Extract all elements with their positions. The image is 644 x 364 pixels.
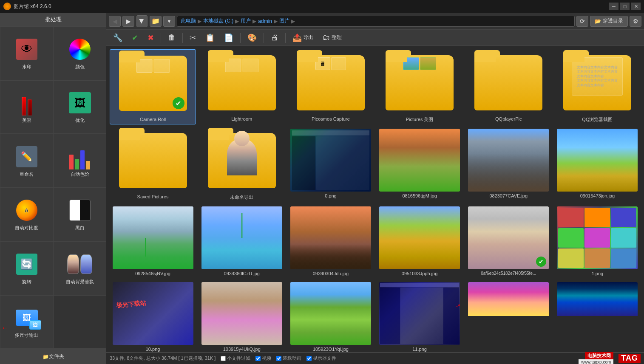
up-button[interactable]: ▶ [136, 15, 148, 27]
minimize-button[interactable]: ─ [609, 3, 618, 10]
addr-user[interactable]: 用户 [241, 17, 251, 25]
file-name: 103915y4UkQ.jpg [223, 347, 261, 352]
sidebar-item-rotate[interactable]: 🔄 旋转 [0, 241, 53, 295]
sidebar-item-color[interactable]: 颜色 [53, 26, 106, 80]
file-item-saved-pictures[interactable]: Saved Pictures [110, 127, 196, 202]
file-name: 10.png [146, 347, 160, 352]
sidebar-item-label: 颜色 [75, 64, 85, 70]
filter-show-folders-checkbox[interactable] [306, 356, 312, 361]
uncheck-button[interactable]: ✖ [144, 32, 157, 44]
sidebar-item-optimize[interactable]: 🖼 优化 [53, 80, 106, 134]
action-toolbar: 🔧 ✔ ✖ 🗑 ✂ 📋 📄 🎨 🖨 📤 导出 🗂 整理 [106, 30, 644, 46]
file-item-lightroom[interactable]: Lightroom [199, 49, 285, 124]
print-button[interactable]: 🖨 [267, 32, 282, 43]
tools-button[interactable]: 🔧 [110, 32, 126, 44]
addr-computer[interactable]: 此电脑 [181, 17, 196, 25]
file-item-partial-2[interactable] [554, 280, 641, 352]
file-name: 0823077CAVE.jpg [489, 193, 528, 198]
image-thumb: → [379, 282, 460, 345]
image-thumb: ✔ [468, 206, 549, 269]
file-item-09390304[interactable]: 09390304Jdu.jpg [287, 205, 374, 278]
export-button[interactable]: 📤 导出 [289, 32, 317, 44]
file-item-qq-browser[interactable]: 文本内容文本内容文本内容文本内容文本内容文本内容文本内容文本内容文本内容文本内容… [554, 49, 641, 124]
addr-drive[interactable]: 本地磁盘 (C:) [203, 17, 233, 25]
cut-button[interactable]: ✂ [186, 32, 199, 44]
addr-pictures[interactable]: 图片 [279, 17, 289, 25]
folder-button[interactable]: 📁 [150, 16, 162, 27]
sidebar-item-auto-levels[interactable]: 自动色阶 [53, 134, 106, 188]
sidebar-item-beauty[interactable]: 美容 [0, 80, 53, 134]
image-thumb [468, 282, 549, 345]
folder-label: 文件夹 [49, 353, 64, 360]
image-thumb [557, 282, 638, 345]
file-item-camera-roll[interactable]: ✔ Camera Roll [110, 49, 196, 124]
color-button[interactable]: 🎨 [244, 32, 260, 44]
sidebar-item-watermark[interactable]: 👁 水印 [0, 26, 53, 80]
file-item-0-png[interactable]: 0.png [287, 127, 374, 202]
back-button[interactable]: ◀ [109, 16, 121, 27]
file-item-105923O1[interactable]: 105923O1Yqi.jpg [287, 280, 374, 352]
filter-small[interactable]: 小文件过滤 [221, 355, 250, 361]
sidebar-item-auto-contrast[interactable]: A 自动对比度 [0, 188, 53, 242]
file-item-pictures-meitu[interactable]: Pictures 美图 [377, 49, 463, 124]
file-item-0816596[interactable]: 0816596tjgM.jpg [377, 127, 463, 202]
file-item-0951033[interactable]: 0951033Jpph.jpg [377, 205, 463, 278]
refresh-button[interactable]: ⟳ [576, 16, 588, 27]
file-name: 0928548sjNV.jpg [135, 271, 170, 276]
filter-animated[interactable]: 装载动画 [276, 355, 301, 361]
sidebar-folder-button[interactable]: 📁 文件夹 [0, 349, 106, 364]
close-button[interactable]: ✕ [631, 3, 641, 10]
nav-extra[interactable]: ▼ [163, 16, 175, 27]
maximize-button[interactable]: □ [620, 3, 630, 10]
file-item-103915y4[interactable]: 103915y4UkQ.jpg [199, 280, 285, 352]
folder-icon: 🖥 [297, 55, 365, 110]
filter-animated-checkbox[interactable] [276, 356, 281, 361]
file-item-0934380[interactable]: 0934380lCzU.jpg [199, 205, 285, 278]
file-name: Pictures 美图 [406, 116, 434, 123]
optimize-thumb: 🖼 [67, 90, 93, 116]
paste-button[interactable]: 📄 [221, 32, 237, 44]
file-item-qqplayer[interactable]: QQplayerPic [465, 49, 552, 124]
auto-bg-thumb [67, 251, 93, 277]
file-item-11-png[interactable]: → 11.png [377, 280, 463, 352]
folder-thumb [113, 129, 193, 192]
sidebar-item-auto-bg[interactable]: 自动背景替换 [53, 241, 106, 295]
file-item-picosmos[interactable]: 🖥 Picosmos Capture [287, 49, 374, 124]
settings-button[interactable]: ⚙ [630, 16, 641, 27]
filter-small-checkbox[interactable] [221, 356, 226, 361]
filter-video-checkbox[interactable] [255, 356, 261, 361]
address-bar: 此电脑 ▶ 本地磁盘 (C:) ▶ 用户 ▶ admin ▶ 图片 ▶ [177, 16, 575, 27]
file-item-partial-1[interactable] [465, 280, 552, 352]
main-area: ◀ ▶ ▶ 📁 ▼ 此电脑 ▶ 本地磁盘 (C:) ▶ 用户 ▶ admin ▶… [106, 13, 644, 364]
file-name: QQplayerPic [495, 116, 522, 121]
filter-video[interactable]: 视频 [255, 355, 271, 361]
sidebar-toggle-icon: 📂 [595, 18, 601, 24]
image-thumb [201, 206, 282, 269]
sidebar-item-rename[interactable]: ✏️ 重命名 [0, 134, 53, 188]
file-item-10-png[interactable]: 极光下载站 10.png [110, 280, 196, 352]
file-item-unnamed-export[interactable]: 未命名导出 [199, 127, 285, 202]
folder-icon: 📁 [43, 354, 49, 360]
sidebar-toggle[interactable]: 📂 穿透目录 [590, 16, 628, 27]
file-item-09015473[interactable]: 09015473jon.jpg [554, 127, 641, 202]
sidebar-item-multi-size[interactable]: 🖼 🖼 ← 多尺寸输出 [0, 295, 53, 349]
check-all-button[interactable]: ✔ [128, 32, 142, 44]
file-item-1-png[interactable]: 1.png [554, 205, 641, 278]
organize-button[interactable]: 🗂 整理 [319, 32, 345, 43]
forward-button[interactable]: ▶ [122, 16, 134, 27]
filter-show-folders[interactable]: 显示器文件 [306, 355, 336, 361]
file-item-0928548[interactable]: 0928548sjNV.jpg [110, 205, 196, 278]
separator-1 [161, 33, 161, 43]
watermark-thumb: 👁 [14, 37, 40, 62]
addr-admin[interactable]: admin [258, 18, 272, 24]
file-name: 09390304Jdu.jpg [313, 271, 349, 276]
image-thumb [557, 129, 638, 192]
delete-button[interactable]: 🗑 [165, 32, 179, 43]
file-name: Saved Pictures [137, 194, 169, 199]
sidebar-item-bw[interactable]: 黑白 [53, 188, 106, 242]
app-icon [3, 3, 11, 10]
copy-button[interactable]: 📋 [202, 32, 218, 44]
folder-icon: ✔ [119, 56, 187, 111]
file-item-0823077[interactable]: 0823077CAVE.jpg [465, 127, 552, 202]
file-item-0af6eb24[interactable]: ✔ 0af6eb24c5182e7f405f55fe... [465, 205, 552, 278]
